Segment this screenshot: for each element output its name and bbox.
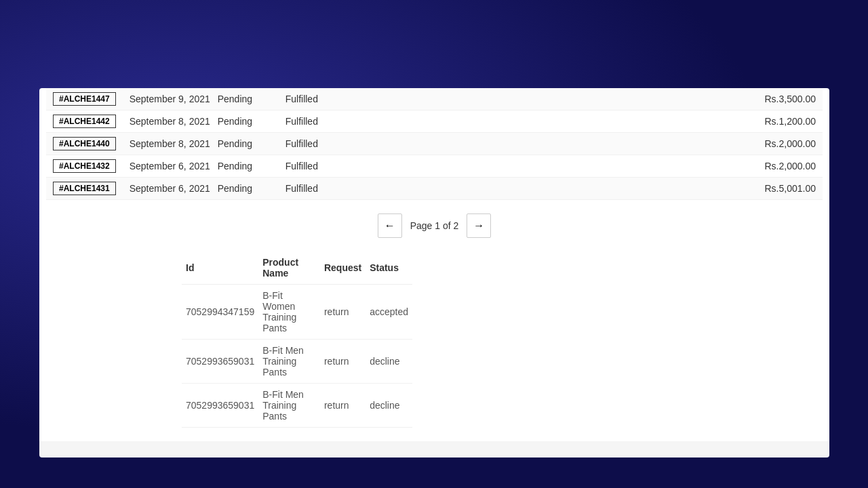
return-request: return [320,384,366,428]
return-table-header-cell: Id [182,251,258,285]
return-request: return [320,340,366,384]
order-row[interactable]: #ALCHE1440 September 8, 2021 Pending Ful… [46,133,823,155]
return-table-header-row: IdProduct NameRequestStatus [182,251,412,285]
return-status: decline [366,384,412,428]
return-table-header-cell: Product Name [258,251,320,285]
return-product: B-Fit Women Training Pants [258,285,320,340]
return-id: 7052994347159 [182,285,258,340]
return-product: B-Fit Men Training Pants [258,340,320,384]
return-status: accepted [366,285,412,340]
orders-section: #ALCHE1447 September 9, 2021 Pending Ful… [39,88,829,200]
order-fulfillment: Fulfilled [285,116,353,127]
order-payment: Pending [218,183,285,194]
next-page-button[interactable]: → [467,214,491,238]
order-fulfillment: Fulfilled [285,94,353,104]
order-row[interactable]: #ALCHE1447 September 9, 2021 Pending Ful… [46,88,823,110]
main-modal: #ALCHE1447 September 9, 2021 Pending Ful… [39,88,829,458]
order-total: Rs.3,500.00 [765,94,816,104]
order-row[interactable]: #ALCHE1431 September 6, 2021 Pending Ful… [46,178,823,200]
order-id-badge: #ALCHE1442 [53,115,116,128]
order-total: Rs.1,200.00 [765,116,816,127]
order-total: Rs.2,000.00 [765,138,816,149]
prev-page-button[interactable]: ← [378,214,402,238]
order-id-badge: #ALCHE1440 [53,137,116,150]
return-status: decline [366,340,412,384]
return-table-row: 7052993659031 B-Fit Men Training Pants r… [182,340,412,384]
order-fulfillment: Fulfilled [285,161,353,171]
order-payment: Pending [218,94,285,104]
order-payment: Pending [218,116,285,127]
order-fulfillment: Fulfilled [285,183,353,194]
order-id-badge: #ALCHE1431 [53,182,116,195]
return-table-row: 7052993659031 B-Fit Men Training Pants r… [182,384,412,428]
return-table-header-cell: Request [320,251,366,285]
order-date: September 8, 2021 [130,116,218,127]
pagination: ← Page 1 of 2 → [39,200,829,251]
return-table-body: 7052994347159 B-Fit Women Training Pants… [182,285,412,428]
return-table: IdProduct NameRequestStatus 705299434715… [182,251,412,428]
order-total: Rs.2,000.00 [765,161,816,171]
order-payment: Pending [218,138,285,149]
order-date: September 8, 2021 [130,138,218,149]
order-payment: Pending [218,161,285,171]
return-id: 7052993659031 [182,340,258,384]
order-date: September 9, 2021 [130,94,218,104]
orders-table-wrapper: #ALCHE1447 September 9, 2021 Pending Ful… [39,88,829,200]
order-row[interactable]: #ALCHE1432 September 6, 2021 Pending Ful… [46,155,823,178]
order-date: September 6, 2021 [130,161,218,171]
page-info: Page 1 of 2 [410,220,459,231]
order-row[interactable]: #ALCHE1442 September 8, 2021 Pending Ful… [46,110,823,133]
return-id: 7052993659031 [182,384,258,428]
order-id-badge: #ALCHE1432 [53,159,116,173]
order-fulfillment: Fulfilled [285,138,353,149]
return-table-head: IdProduct NameRequestStatus [182,251,412,285]
footer: Quick links Searchstore locator Newslett… [39,441,829,458]
order-id-badge: #ALCHE1447 [53,92,116,106]
return-table-header-cell: Status [366,251,412,285]
order-date: September 6, 2021 [130,183,218,194]
order-total: Rs.5,001.00 [765,183,816,194]
return-table-section: IdProduct NameRequestStatus 705299434715… [39,251,829,441]
return-table-row: 7052994347159 B-Fit Women Training Pants… [182,285,412,340]
return-product: B-Fit Men Training Pants [258,384,320,428]
return-request: return [320,285,366,340]
